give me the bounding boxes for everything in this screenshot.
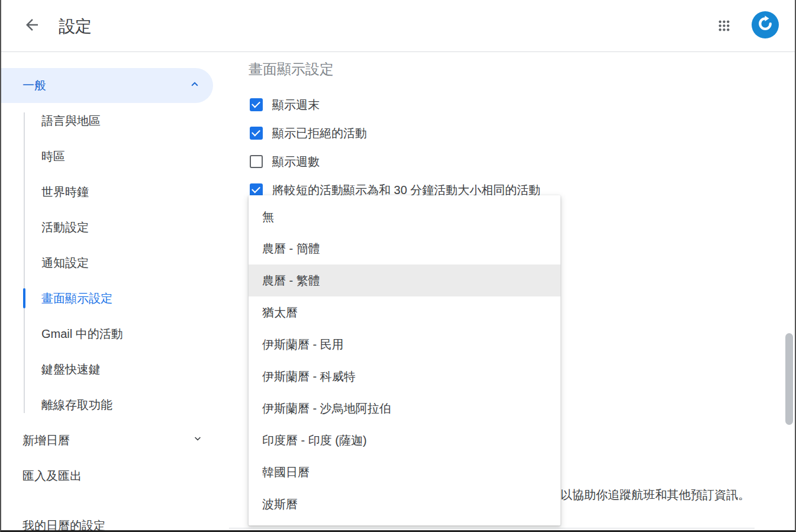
sidebar-item-label: 匯入及匯出 bbox=[22, 468, 82, 484]
sidebar-subitem-label: 離線存取功能 bbox=[41, 397, 112, 413]
dropdown-option-label: 無 bbox=[262, 209, 274, 225]
sidebar-lower-nav: 新增日曆 匯入及匯出 我的日曆的設定 bbox=[0, 423, 228, 532]
sidebar-item-general[interactable]: 一般 bbox=[0, 68, 213, 103]
dropdown-option[interactable]: 伊斯蘭曆 - 科威特 bbox=[249, 360, 560, 392]
sidebar-subitem-label: 活動設定 bbox=[41, 220, 89, 236]
dropdown-option[interactable]: 猶太曆 bbox=[249, 296, 560, 328]
dropdown-option-label: 農曆 - 簡體 bbox=[262, 241, 320, 257]
dropdown-option-label: 伊斯蘭曆 - 科威特 bbox=[262, 369, 356, 385]
sidebar-subitem[interactable]: 時區 bbox=[0, 138, 228, 174]
dropdown-option[interactable]: 韓國日曆 bbox=[249, 456, 560, 488]
dropdown-option[interactable]: 伊斯蘭曆 - 民用 bbox=[249, 328, 560, 360]
checkbox-label: 顯示已拒絕的活動 bbox=[272, 125, 367, 141]
dropdown-option[interactable]: 農曆 - 簡體 bbox=[249, 233, 560, 265]
view-options-list: 顯示週末 顯示已拒絕的活動 顯示週數 將較短的活動顯示為和 30 分鐘活動大小相… bbox=[249, 91, 540, 204]
dropdown-option-label: 伊斯蘭曆 - 沙烏地阿拉伯 bbox=[262, 401, 391, 417]
background-description-text: 以協助你追蹤航班和其他預訂資訊。 bbox=[560, 487, 750, 503]
sidebar-subitem-label: 時區 bbox=[41, 149, 65, 165]
sidebar-subitem[interactable]: 鍵盤快速鍵 bbox=[0, 352, 228, 387]
sidebar-subitem-label: 畫面顯示設定 bbox=[41, 291, 112, 307]
sidebar-subitem-label: 世界時鐘 bbox=[41, 184, 89, 200]
sidebar-subitem-label: Gmail 中的活動 bbox=[41, 326, 123, 342]
sidebar-subitem[interactable]: 通知設定 bbox=[0, 245, 228, 280]
dropdown-option[interactable]: 無 bbox=[249, 201, 560, 233]
alternate-calendar-dropdown: 無 農曆 - 簡體 農曆 - 繁體 猶太曆 伊斯蘭曆 - 民用 伊斯蘭曆 - 科… bbox=[249, 195, 560, 525]
apps-grid-button[interactable] bbox=[713, 16, 734, 37]
checkbox[interactable] bbox=[250, 155, 263, 168]
sidebar-subitem-label: 通知設定 bbox=[41, 255, 89, 271]
account-avatar[interactable] bbox=[752, 11, 779, 38]
apps-grid-icon bbox=[716, 18, 732, 36]
view-option-row: 顯示已拒絕的活動 bbox=[249, 119, 540, 147]
dropdown-option-label: 農曆 - 繁體 bbox=[262, 273, 320, 289]
chevron-down-icon bbox=[192, 433, 204, 448]
dropdown-option[interactable]: 農曆 - 繁體 bbox=[249, 265, 560, 296]
sidebar-subitem[interactable]: 離線存取功能 bbox=[0, 387, 228, 423]
checkbox[interactable] bbox=[250, 98, 263, 111]
sidebar-item[interactable]: 我的日曆的設定 bbox=[0, 508, 228, 532]
dropdown-option-label: 伊斯蘭曆 - 民用 bbox=[262, 337, 344, 353]
dropdown-option[interactable]: 波斯曆 bbox=[249, 488, 560, 520]
view-option-row: 顯示週末 bbox=[249, 91, 540, 119]
sidebar-subitem[interactable]: Gmail 中的活動 bbox=[0, 316, 228, 352]
dropdown-option-label: 印度曆 - 印度 (薩迦) bbox=[262, 433, 367, 449]
sidebar-item-label: 新增日曆 bbox=[22, 433, 70, 449]
checkbox-label: 顯示週數 bbox=[272, 154, 320, 170]
view-option-row: 顯示週數 bbox=[249, 147, 540, 176]
checkbox-label: 顯示週末 bbox=[272, 97, 320, 113]
vertical-scrollbar-thumb[interactable] bbox=[785, 333, 793, 425]
page-title: 設定 bbox=[59, 15, 92, 38]
general-subnav: 語言與地區 時區 世界時鐘 活動設定 通知設定 畫面顯示設定 Gmail 中 bbox=[0, 103, 228, 423]
sidebar-subitem-label: 語言與地區 bbox=[41, 113, 101, 129]
sidebar-subitem[interactable]: 活動設定 bbox=[0, 209, 228, 245]
checkbox[interactable] bbox=[250, 183, 263, 196]
dropdown-option-label: 韓國日曆 bbox=[262, 465, 310, 481]
sidebar-subitem[interactable]: 畫面顯示設定 bbox=[0, 280, 228, 316]
sidebar-general-label: 一般 bbox=[22, 78, 46, 93]
dropdown-option[interactable]: 印度曆 - 印度 (薩迦) bbox=[249, 424, 560, 456]
sidebar-item[interactable]: 匯入及匯出 bbox=[0, 458, 228, 494]
sidebar-subitem[interactable]: 語言與地區 bbox=[0, 103, 228, 138]
chevron-up-icon bbox=[188, 78, 201, 93]
settings-sidebar: 一般 語言與地區 時區 世界時鐘 活動設定 通知設定 bbox=[0, 53, 228, 532]
dropdown-option[interactable]: 伊斯蘭曆 - 沙烏地阿拉伯 bbox=[249, 392, 560, 424]
section-heading: 畫面顯示設定 bbox=[249, 60, 334, 79]
dropdown-option-label: 波斯曆 bbox=[262, 496, 298, 512]
sidebar-subitem-label: 鍵盤快速鍵 bbox=[41, 362, 101, 378]
sidebar-subitem[interactable]: 世界時鐘 bbox=[0, 174, 228, 209]
sidebar-item[interactable]: 新增日曆 bbox=[0, 423, 228, 458]
sidebar-item-label: 我的日曆的設定 bbox=[22, 518, 105, 532]
header-bar: 設定 bbox=[0, 0, 796, 52]
arrow-left-icon bbox=[23, 16, 41, 36]
checkbox[interactable] bbox=[250, 127, 263, 140]
dropdown-option-label: 猶太曆 bbox=[262, 305, 298, 321]
section-divider bbox=[229, 528, 755, 528]
back-button[interactable] bbox=[21, 15, 43, 37]
sync-avatar-icon bbox=[756, 15, 774, 35]
